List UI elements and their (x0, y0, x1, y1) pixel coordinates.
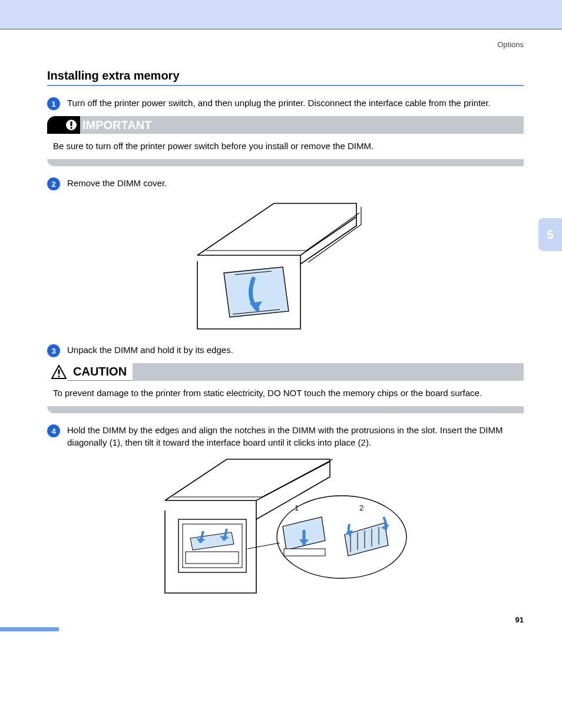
step-bullet-4: 4 (47, 424, 60, 437)
step-text-4: Hold the DIMM by the edges and align the… (67, 424, 524, 449)
svg-rect-7 (58, 370, 60, 374)
callout-label-1: 1 (295, 503, 299, 512)
figure-insert-dimm: 1 2 (47, 454, 524, 596)
top-bar (0, 0, 562, 29)
title-rule (47, 85, 524, 86)
caution-body: To prevent damage to the printer from st… (47, 381, 524, 406)
important-title: IMPORTANT (80, 116, 524, 134)
step-text-3: Unpack the DIMM and hold it by its edges… (67, 344, 524, 356)
caution-title: CAUTION (67, 365, 127, 378)
svg-rect-2 (71, 127, 72, 129)
important-header: IMPORTANT (47, 116, 524, 134)
page-number: 91 (515, 615, 524, 624)
svg-rect-8 (58, 375, 60, 377)
important-body: Be sure to turn off the printer power sw… (47, 134, 524, 159)
step-3: 3 Unpack the DIMM and hold it by its edg… (47, 344, 524, 357)
dimm-insert-illustration-icon: 1 2 (162, 454, 409, 596)
important-notice: IMPORTANT Be sure to turn off the printe… (47, 116, 524, 166)
step-bullet-3: 3 (47, 344, 60, 357)
callout-label-2: 2 (359, 503, 363, 512)
step-bullet-1: 1 (47, 97, 60, 110)
dimm-cover-illustration-icon (191, 196, 380, 332)
svg-rect-1 (71, 121, 72, 126)
step-text-1: Turn off the printer power switch, and t… (67, 97, 524, 109)
important-cap (47, 116, 62, 134)
caution-header: CAUTION (47, 363, 524, 381)
chapter-side-tab: 5 (538, 218, 562, 251)
chapter-label: Options (47, 40, 524, 49)
step-4: 4 Hold the DIMM by the edges and align t… (47, 424, 524, 449)
step-text-2: Remove the DIMM cover. (67, 177, 524, 189)
section-title: Installing extra memory (47, 69, 524, 83)
step-2: 2 Remove the DIMM cover. (47, 177, 524, 190)
figure-remove-cover (47, 196, 524, 332)
caution-footer (47, 406, 524, 413)
page-body: Options Installing extra memory 1 Turn o… (0, 29, 562, 631)
important-footer (47, 159, 524, 166)
caution-icon (51, 363, 67, 381)
step-bullet-2: 2 (47, 177, 60, 190)
step-1: 1 Turn off the printer power switch, and… (47, 97, 524, 110)
caution-notice: CAUTION To prevent damage to the printer… (47, 363, 524, 413)
caution-header-fill (133, 363, 524, 381)
svg-rect-12 (186, 552, 239, 564)
important-icon (62, 116, 80, 134)
bottom-accent (0, 627, 59, 631)
svg-rect-19 (284, 549, 325, 556)
